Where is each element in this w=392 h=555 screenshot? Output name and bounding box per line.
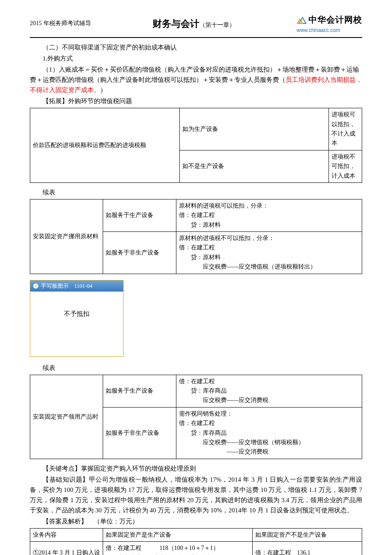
t3-r2c2: 如服务于非生产设备 — [103, 407, 176, 459]
t1-r1c1: 价款匹配的进项税额和运费匹配的进项税额 — [30, 108, 180, 183]
section-title: （二）不同取得渠道下固定资产的初始成本确认 — [30, 42, 362, 52]
handwriting-panel-wrap: 手写板图示 1101-04 不予抵扣 — [30, 280, 362, 357]
t3-r1c1: 安装固定资产领用产品时 — [30, 375, 103, 459]
t4-r1c3: 借：在建工程 136.1 贷：银行存款 136.1 — [252, 542, 362, 555]
t2-r2c2: 如服务于非生产设备 — [103, 232, 176, 274]
header-title: 财务与会计（第十一章） — [153, 16, 235, 31]
table-answer: 业务内容 如果固定资产是生产设备 如果固定资产不是生产设备 ①2014 年 3 … — [30, 528, 362, 555]
header-left: 2015 年税务师考试辅导 — [30, 19, 91, 28]
t4-h3: 如果固定资产不是生产设备 — [252, 528, 362, 541]
table-products: 安装固定资产领用产品时 如服务于生产设备 借：在建工程 贷：库存商品 应交税费—… — [30, 375, 362, 459]
table-vat-summary: 价款匹配的进项税额和运费匹配的进项税额 如为生产设备 进项税可以抵扣，不计入成本… — [30, 108, 362, 183]
brand-url: www.chinaacc.com — [297, 26, 340, 35]
t2-r1c2: 如服务于生产设备 — [103, 199, 176, 231]
t2-r2c3: 原材料的进项税不可以抵扣，分录： 借：在建工程 贷：原材料 应交税费——应交增值… — [176, 232, 362, 274]
para-1c: ） — [100, 87, 107, 93]
brand-text: 中华会计网校 — [308, 13, 362, 26]
subtitle-1: 1.外购方式 — [30, 53, 362, 64]
brand-logo: 中华会计网校 www.chinaacc.com — [297, 13, 362, 35]
keypoint: 【关键考点】掌握固定资产购入环节的增值税处理原则 — [30, 463, 362, 474]
t1-r2c2: 如不是生产设备 — [179, 150, 329, 182]
continuation-2: 续表 — [30, 363, 362, 373]
header-bar: 2015 年税务师考试辅导 财务与会计（第十一章） 中华会计网校 www.chi… — [30, 13, 362, 38]
paragraph-1: （1）入账成本＝买价＋买价匹配的增值税（购入生产设备对应的进项税允许抵扣）＋场地… — [30, 64, 362, 95]
header-main: 财务与会计 — [153, 18, 199, 29]
basic-question: 【基础知识题】甲公司为增值税一般纳税人，增值税率为 17%，2014 年 3 月… — [30, 474, 362, 515]
document-page: 2015 年税务师考试辅导 财务与会计（第十一章） 中华会计网校 www.chi… — [0, 0, 392, 555]
t4-h1: 业务内容 — [30, 528, 103, 541]
t3-r2c3: 需作视同销售处理： 借：在建工程 贷：库存商品 应交税费——应交增值税（销项税额… — [176, 407, 362, 459]
t1-r2c3: 进项税不可抵扣，计入成本 — [329, 150, 362, 182]
t1-r1c2: 如为生产设备 — [179, 108, 329, 150]
expand-label: 【拓展】外购环节的增值税问题 — [30, 96, 362, 106]
t3-r1c3: 借：在建工程 贷：库存商品 应交税费——应交消费税 — [176, 375, 362, 407]
svg-marker-0 — [299, 17, 306, 23]
panel-body: 不予抵扣 — [30, 292, 123, 319]
header-sub: （第十一章） — [199, 22, 235, 28]
table-materials: 安装固定资产挪用原材料 如服务于生产设备 原材料的进项税可以抵扣，分录： 借：在… — [30, 199, 362, 274]
t4-r1c2: 借：在建工程 118（100＋10＋7＋1） 应交税费——应交增值税（进项税额）… — [103, 542, 253, 555]
t4-r1c1: ①2014 年 3 月 1 日购入设备时 — [30, 542, 103, 555]
continuation-1: 续表 — [30, 187, 362, 197]
panel-title-bar: 手写板图示 1101-04 — [30, 280, 123, 292]
t3-r1c2: 如服务于生产设备 — [103, 375, 176, 407]
t2-r1c1: 安装固定资产挪用原材料 — [30, 199, 103, 274]
panel-title-text: 手写板图示 1101-04 — [41, 282, 92, 291]
logo-icon — [297, 15, 307, 24]
handwriting-panel: 手写板图示 1101-04 不予抵扣 — [30, 280, 124, 357]
pencil-icon — [33, 283, 39, 289]
t1-r1c3: 进项税可以抵扣，不计入成本 — [329, 108, 362, 150]
t2-r1c3: 原材料的进项税可以抵扣，分录： 借：在建工程 贷：原材料 — [176, 199, 362, 231]
answer-label: 【答案及解析】 （单位：万元） — [30, 516, 362, 526]
t4-h2: 如果固定资产是生产设备 — [103, 528, 253, 541]
